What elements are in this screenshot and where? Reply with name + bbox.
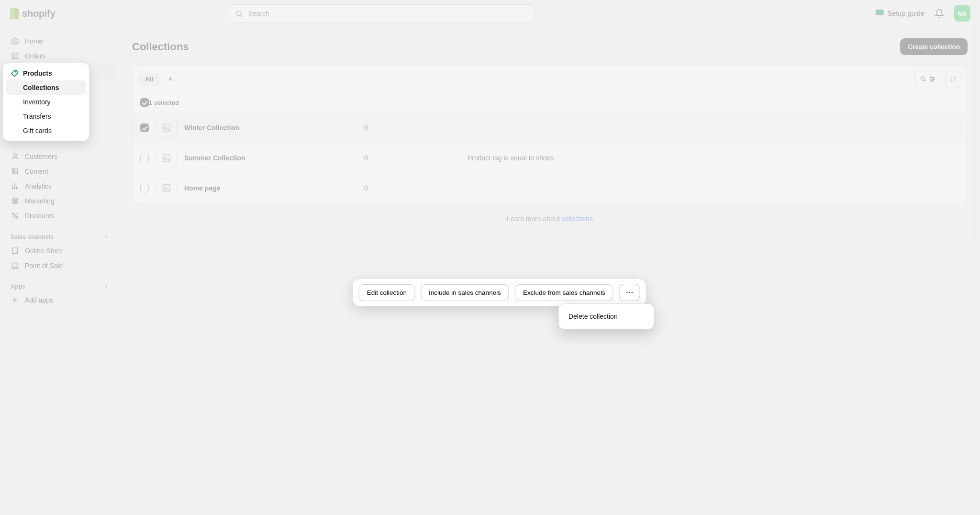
submenu-gift-cards[interactable]: Gift cards <box>6 123 86 138</box>
submenu-parent[interactable]: Products <box>6 66 86 80</box>
delete-collection-label: Delete collection <box>568 313 618 320</box>
submenu-collections[interactable]: Collections <box>6 80 86 95</box>
products-submenu: Products Collections Inventory Transfers… <box>3 63 89 141</box>
edit-collection-button[interactable]: Edit collection <box>359 284 415 301</box>
svg-point-24 <box>15 71 16 72</box>
more-actions-button[interactable] <box>619 284 640 301</box>
delete-collection-item[interactable]: Delete collection <box>566 309 647 324</box>
submenu-item-label: Gift cards <box>23 127 52 134</box>
exclude-channels-label: Exclude from sales channels <box>523 289 605 296</box>
tag-icon <box>11 69 18 77</box>
submenu-item-label: Transfers <box>23 112 51 120</box>
include-channels-button[interactable]: Include in sales channels <box>421 284 509 301</box>
submenu-item-label: Inventory <box>23 98 51 106</box>
svg-point-26 <box>629 292 630 293</box>
submenu-transfers[interactable]: Transfers <box>6 109 86 123</box>
modal-overlay[interactable] <box>0 0 980 515</box>
bulk-action-bar: Edit collection Include in sales channel… <box>353 279 646 306</box>
submenu-inventory[interactable]: Inventory <box>6 95 86 109</box>
submenu-item-label: Collections <box>23 84 59 91</box>
edit-collection-label: Edit collection <box>367 289 407 296</box>
include-channels-label: Include in sales channels <box>429 289 501 296</box>
svg-point-27 <box>632 292 633 293</box>
more-actions-menu: Delete collection <box>558 303 654 329</box>
svg-point-25 <box>626 292 628 293</box>
dots-horizontal-icon <box>625 288 634 297</box>
submenu-parent-label: Products <box>23 69 52 77</box>
exclude-channels-button[interactable]: Exclude from sales channels <box>515 284 613 301</box>
